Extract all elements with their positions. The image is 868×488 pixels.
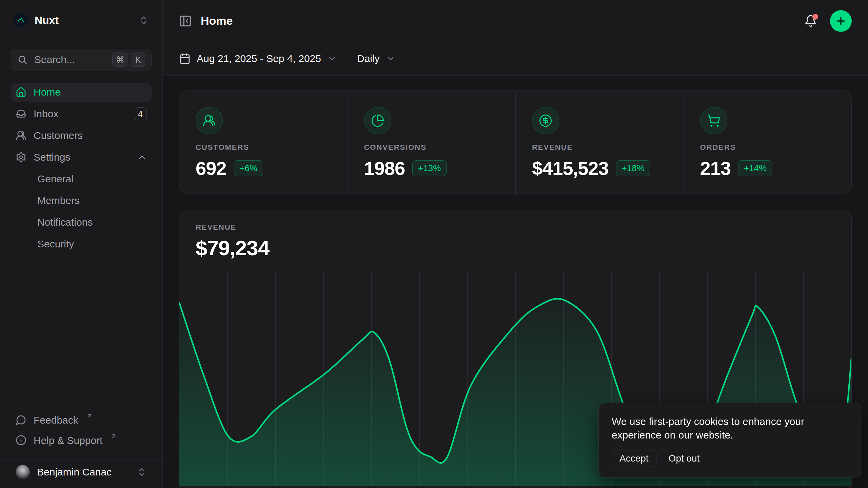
plus-icon	[835, 15, 847, 27]
user-avatar	[16, 465, 30, 479]
cookie-accept-button[interactable]: Accept	[612, 450, 656, 467]
notifications-button[interactable]	[804, 15, 817, 27]
stat-orders[interactable]: ORDERS 213 +14%	[684, 91, 852, 196]
cookie-message: We use first-party cookies to enhance yo…	[612, 415, 849, 442]
chevron-down-icon	[386, 54, 395, 63]
help-support-label: Help & Support	[34, 435, 102, 446]
chart-total-value: $79,234	[196, 236, 835, 260]
page-title: Home	[201, 14, 233, 27]
sidebar-footer: Feedback Help & Support Benjamin Canac	[11, 412, 152, 484]
feedback-label: Feedback	[34, 414, 78, 426]
search-placeholder: Search...	[34, 54, 75, 65]
settings-subnav: General Members Notifications Security	[25, 169, 152, 256]
nuxt-logo-icon	[14, 13, 28, 27]
sidebar-item-notifications[interactable]: Notifications	[36, 213, 152, 232]
granularity-select[interactable]: Daily	[357, 53, 395, 64]
stat-value: 1986	[364, 157, 405, 179]
circle-dollar-icon	[532, 107, 559, 134]
sidebar-item-label: Inbox	[34, 108, 58, 120]
sidebar-item-security[interactable]: Security	[36, 235, 152, 253]
stat-value: $415,523	[532, 157, 609, 179]
info-icon	[16, 435, 26, 446]
users-icon	[16, 130, 26, 141]
user-name: Benjamin Canac	[37, 466, 112, 478]
inbox-count-badge: 4	[134, 107, 147, 120]
sidebar-item-settings[interactable]: Settings	[11, 148, 152, 167]
granularity-value: Daily	[357, 53, 380, 64]
kbd-k: K	[131, 53, 145, 67]
sidebar-item-label: Customers	[34, 130, 83, 141]
sidebar-item-customers[interactable]: Customers	[11, 126, 152, 145]
stat-delta-badge: +6%	[234, 160, 263, 176]
chevrons-up-down-icon	[139, 15, 149, 25]
stat-delta-badge: +18%	[616, 160, 650, 176]
sidebar-item-members[interactable]: Members	[36, 191, 152, 210]
add-button[interactable]	[830, 10, 852, 32]
arrow-up-right-icon	[110, 433, 117, 440]
stat-label: ORDERS	[700, 143, 835, 152]
stat-label: CONVERSIONS	[364, 143, 499, 152]
cookie-banner: We use first-party cookies to enhance yo…	[598, 403, 862, 477]
workspace-switcher[interactable]: Nuxt	[11, 12, 152, 28]
workspace-name: Nuxt	[35, 14, 59, 27]
pie-chart-icon	[364, 107, 391, 134]
stat-label: REVENUE	[532, 143, 667, 152]
notification-dot	[812, 14, 818, 20]
chevron-down-icon	[327, 54, 337, 63]
stat-delta-badge: +13%	[412, 160, 447, 176]
sidebar: Nuxt Search... ⌘ K Home Inbox 4	[0, 0, 163, 488]
filter-toolbar: Aug 21, 2025 - Sep 4, 2025 Daily	[163, 42, 868, 76]
chart-title: REVENUE	[196, 223, 835, 232]
home-icon	[16, 87, 26, 98]
users-group-icon	[196, 107, 223, 134]
search-icon	[17, 55, 27, 65]
sidebar-item-home[interactable]: Home	[11, 83, 152, 102]
stat-value: 213	[700, 157, 731, 179]
sidebar-item-general[interactable]: General	[36, 169, 152, 188]
panel-left-close-icon	[179, 15, 192, 27]
date-range-picker[interactable]: Aug 21, 2025 - Sep 4, 2025	[179, 53, 337, 64]
search-input[interactable]: Search... ⌘ K	[11, 49, 152, 70]
calendar-icon	[179, 53, 191, 64]
page-header: Home	[163, 0, 868, 42]
sidebar-item-label: Home	[34, 86, 61, 98]
date-range-value: Aug 21, 2025 - Sep 4, 2025	[197, 53, 321, 64]
chevrons-up-down-icon	[137, 467, 147, 477]
gear-icon	[16, 152, 26, 163]
help-support-link[interactable]: Help & Support	[11, 433, 152, 453]
stats-overview: CUSTOMERS 692 +6% CONVERSIONS 1986 +13%	[179, 90, 852, 194]
feedback-link[interactable]: Feedback	[11, 412, 152, 433]
stat-delta-badge: +14%	[738, 160, 772, 176]
stat-label: CUSTOMERS	[196, 143, 331, 152]
kbd-cmd: ⌘	[112, 53, 128, 67]
stat-customers[interactable]: CUSTOMERS 692 +6%	[179, 91, 348, 196]
cookie-optout-button[interactable]: Opt out	[669, 453, 700, 464]
sidebar-item-inbox[interactable]: Inbox 4	[11, 104, 152, 123]
sidebar-nav: Home Inbox 4 Customers Settings Ge	[11, 83, 152, 256]
message-circle-icon	[16, 414, 26, 425]
sidebar-item-label: Settings	[34, 151, 70, 163]
stat-revenue[interactable]: REVENUE $415,523 +18%	[515, 91, 684, 196]
chevron-up-icon	[137, 152, 147, 162]
arrow-up-right-icon	[86, 412, 93, 419]
user-menu[interactable]: Benjamin Canac	[11, 460, 152, 484]
stat-conversions[interactable]: CONVERSIONS 1986 +13%	[348, 91, 516, 196]
collapse-sidebar-button[interactable]	[179, 15, 192, 27]
inbox-icon	[16, 108, 26, 119]
shopping-cart-icon	[700, 107, 727, 134]
stat-value: 692	[196, 157, 226, 179]
